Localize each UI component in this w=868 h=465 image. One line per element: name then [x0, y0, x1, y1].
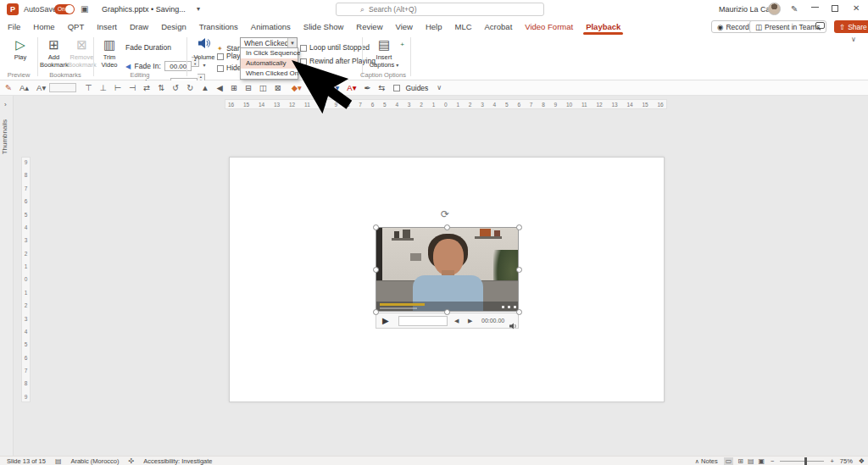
group-icon[interactable]: ◫: [259, 83, 267, 92]
pencil-icon[interactable]: ✎: [791, 4, 798, 14]
reading-view-button[interactable]: ▤: [748, 457, 754, 465]
align-left-icon[interactable]: ⊢: [114, 83, 121, 92]
flip-horizontal-icon[interactable]: ◀: [217, 83, 223, 92]
notes-button[interactable]: ∧ Notes: [695, 457, 718, 465]
tab-design[interactable]: Design: [160, 20, 187, 33]
minimize-button[interactable]: [811, 7, 819, 8]
zoom-slider-thumb[interactable]: [804, 457, 807, 465]
tab-playback[interactable]: Playback: [585, 20, 621, 33]
tab-acrobat[interactable]: Acrobat: [484, 20, 514, 33]
tab-slide-show[interactable]: Slide Show: [303, 20, 345, 33]
checkbox-icon: [217, 65, 224, 72]
rotate-handle-icon[interactable]: ⟳: [441, 208, 449, 220]
checkbox-icon: [300, 45, 307, 52]
accessibility-status[interactable]: Accessibility: Investigate: [143, 457, 212, 465]
tab-home[interactable]: Home: [32, 20, 55, 33]
resize-handle-bottom-center[interactable]: [444, 309, 450, 315]
close-button[interactable]: ✕: [853, 3, 860, 13]
resize-handle-bottom-left[interactable]: [373, 309, 379, 315]
chevron-down-icon[interactable]: ▾: [197, 5, 200, 13]
slideshow-view-button[interactable]: ▣: [758, 457, 765, 465]
autosave-toggle[interactable]: On: [54, 4, 75, 14]
font-size-box[interactable]: [49, 83, 76, 92]
ruler-tick: 1: [456, 102, 459, 108]
media-forward-button[interactable]: ▶: [468, 318, 472, 324]
zoom-out-button[interactable]: −: [771, 457, 774, 465]
dropdown-option-automatically[interactable]: Automatically: [241, 58, 298, 69]
tab-insert[interactable]: Insert: [96, 20, 118, 33]
share-button[interactable]: ⇧Share: [834, 20, 868, 33]
add-bookmark-button[interactable]: ⊞ Add Bookmark: [40, 37, 68, 69]
decrease-font-icon[interactable]: A▾: [36, 83, 46, 92]
swap-icon[interactable]: ⇆: [378, 83, 385, 92]
loop-until-stopped-checkbox[interactable]: Loop until Stopped: [300, 43, 370, 52]
tab-draw[interactable]: Draw: [129, 20, 149, 33]
thumbnails-panel-collapsed[interactable]: › Thumbnails: [0, 96, 14, 456]
remove-bookmark-button: ⊠ Remove Bookmark: [68, 37, 96, 69]
search-box[interactable]: ⌕: [336, 3, 544, 16]
media-seek-bar[interactable]: [398, 316, 448, 326]
tab-animations[interactable]: Animations: [250, 20, 292, 33]
media-mute-icon[interactable]: [509, 318, 517, 333]
tab-help[interactable]: Help: [425, 20, 443, 33]
tab-view[interactable]: View: [395, 20, 414, 33]
resize-handle-top-center[interactable]: [444, 224, 450, 230]
align-right-icon[interactable]: ⊣: [129, 83, 136, 92]
search-input[interactable]: [369, 5, 521, 14]
present-in-teams-button[interactable]: ◫Present in Teams: [749, 20, 826, 33]
flip-vertical-icon[interactable]: ▲: [201, 83, 209, 92]
tab-video-format[interactable]: Video Format: [524, 20, 574, 33]
dropdown-option-when-clicked-on[interactable]: When Clicked On: [241, 69, 298, 79]
increase-font-icon[interactable]: A▴: [19, 83, 29, 92]
video-overlay-progress: [380, 303, 425, 306]
tab-mlc[interactable]: MLC: [453, 20, 472, 33]
tab-file[interactable]: File: [7, 20, 21, 33]
media-back-button[interactable]: ◀: [454, 318, 459, 324]
resize-handle-top-left[interactable]: [373, 224, 379, 230]
align-bottom-icon[interactable]: ⊥: [99, 83, 106, 92]
rotate-right-icon[interactable]: ↻: [186, 83, 193, 92]
volume-button[interactable]: Volume▾: [192, 37, 217, 69]
tab-review[interactable]: Review: [355, 20, 383, 33]
start-dropdown-menu: In Click Sequence Automatically When Cli…: [240, 47, 298, 80]
fade-in-value[interactable]: 00.00: [164, 61, 192, 71]
video-object[interactable]: [376, 227, 519, 312]
ruler-tick: 14: [626, 102, 632, 108]
zoom-slider[interactable]: [780, 461, 824, 462]
save-icon[interactable]: ▣: [81, 4, 88, 14]
insert-captions-button[interactable]: ▤+ Insert Captions ▾: [365, 37, 403, 69]
play-button[interactable]: ▷ Play: [5, 37, 36, 61]
normal-view-button[interactable]: ▭: [724, 457, 734, 465]
language-label[interactable]: Arabic (Morocco): [70, 457, 119, 465]
send-backward-icon[interactable]: ⊟: [245, 83, 252, 92]
zoom-level[interactable]: 75%: [840, 457, 853, 465]
resize-handle-bottom-right[interactable]: [516, 309, 522, 315]
guides-checkbox[interactable]: Guides: [393, 84, 428, 92]
selection-pane-icon[interactable]: ⊠: [275, 83, 281, 92]
comments-icon[interactable]: [815, 22, 825, 29]
resize-handle-mid-left[interactable]: [373, 267, 379, 273]
combobox-dropdown-icon[interactable]: ▼: [287, 38, 297, 47]
trim-video-button[interactable]: ▥ Trim Video: [97, 37, 122, 69]
slide-sorter-view-button[interactable]: ⊞: [737, 457, 743, 465]
bring-forward-icon[interactable]: ⊞: [231, 83, 237, 92]
tab-qpt[interactable]: QPT: [67, 20, 86, 33]
resize-handle-mid-right[interactable]: [516, 267, 522, 273]
toolbar-overflow-icon[interactable]: ∨: [437, 84, 442, 91]
rotate-left-icon[interactable]: ↺: [172, 83, 179, 92]
restore-button[interactable]: [832, 5, 838, 12]
distribute-vertical-icon[interactable]: ⇅: [158, 83, 164, 92]
avatar[interactable]: [768, 3, 781, 15]
resize-handle-top-right[interactable]: [516, 224, 522, 230]
zoom-in-button[interactable]: +: [830, 457, 833, 465]
distribute-horizontal-icon[interactable]: ⇄: [143, 83, 150, 92]
tab-transitions[interactable]: Transitions: [198, 20, 239, 33]
expand-thumbnails-icon[interactable]: ›: [4, 101, 7, 108]
collapse-ribbon-icon[interactable]: ∨: [851, 36, 856, 43]
align-top-icon[interactable]: ⊤: [85, 83, 92, 92]
dropdown-option-in-click-sequence[interactable]: In Click Sequence: [241, 48, 298, 58]
fit-to-window-icon[interactable]: ❖: [859, 457, 865, 465]
media-play-button[interactable]: ▶: [382, 316, 389, 325]
slide-indicator[interactable]: Slide 13 of 15: [7, 457, 46, 465]
format-painter-icon[interactable]: ✎: [5, 83, 12, 92]
